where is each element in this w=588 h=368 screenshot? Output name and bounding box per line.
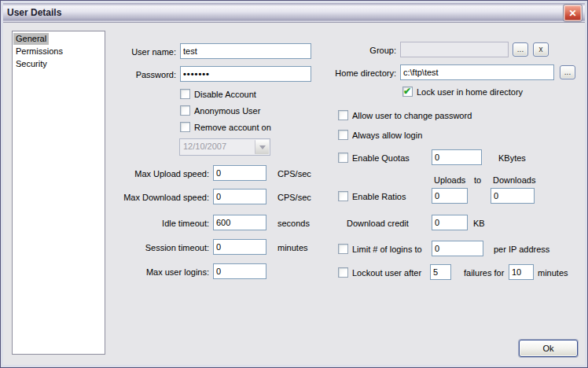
allow-change-password-checkbox[interactable] — [338, 110, 348, 120]
sidebar-item-security[interactable]: Security — [13, 58, 50, 70]
remove-account-checkbox[interactable] — [180, 122, 190, 132]
home-browse-button[interactable]: ... — [560, 65, 575, 79]
lockout-minutes-input[interactable] — [509, 264, 534, 280]
home-directory-input[interactable] — [400, 64, 554, 80]
group-clear-button[interactable]: x — [533, 42, 549, 57]
session-timeout-label: Session timeout: — [79, 242, 209, 253]
max-upload-label: Max Upload speed: — [79, 168, 209, 179]
limit-logins-label: Limit # of logins to — [352, 244, 422, 255]
allow-change-password-label: Allow user to change password — [352, 110, 472, 121]
lockout-checkbox[interactable] — [338, 267, 348, 278]
close-button[interactable]: ✕ — [564, 5, 582, 21]
remove-date-dropdown-button[interactable] — [255, 140, 269, 154]
lock-home-checkbox[interactable] — [402, 86, 413, 97]
user-name-label: User name: — [95, 46, 176, 57]
download-credit-unit: KB — [473, 218, 485, 229]
sidebar-item-permissions[interactable]: Permissions — [13, 46, 65, 57]
limit-logins-input[interactable] — [432, 241, 483, 256]
home-directory-label: Home directory: — [300, 68, 396, 79]
max-user-logins-input[interactable] — [213, 263, 266, 279]
session-timeout-input[interactable] — [213, 239, 266, 255]
disable-account-checkbox[interactable] — [180, 89, 190, 99]
idle-timeout-unit: seconds — [277, 218, 310, 229]
lock-home-label: Lock user in home directory — [417, 86, 523, 98]
max-download-input[interactable] — [213, 189, 266, 204]
user-name-input[interactable] — [180, 43, 311, 59]
lockout-unit: minutes — [538, 267, 568, 278]
window-title: User Details — [7, 7, 61, 18]
group-input — [400, 42, 509, 57]
enable-ratios-checkbox[interactable] — [338, 191, 348, 201]
idle-timeout-label: Idle timeout: — [79, 218, 209, 229]
ratio-header-uploads: Uploads — [434, 175, 465, 186]
enable-ratios-label: Enable Ratios — [352, 191, 406, 202]
max-user-logins-label: Max user logins: — [79, 267, 209, 278]
password-label: Password: — [95, 69, 176, 80]
idle-timeout-input[interactable] — [213, 215, 266, 230]
sidebar-item-general[interactable]: General — [13, 33, 49, 45]
user-details-dialog: User Details ✕ General Permissions Secur… — [0, 0, 588, 368]
ratio-downloads-input[interactable] — [491, 188, 535, 204]
quota-input[interactable] — [432, 149, 482, 165]
lockout-mid-label: failures for — [464, 267, 504, 278]
anonymous-user-label: Anonymous User — [194, 105, 260, 116]
remove-date-combobox[interactable]: 12/10/2007 — [179, 138, 270, 156]
password-input[interactable] — [180, 66, 311, 82]
enable-quotas-checkbox[interactable] — [338, 153, 348, 163]
remove-date-value: 12/10/2007 — [183, 142, 226, 151]
titlebar[interactable]: User Details ✕ — [3, 3, 585, 23]
max-upload-input[interactable] — [213, 165, 266, 181]
download-credit-label: Download credit — [347, 218, 409, 229]
max-upload-unit: CPS/sec — [277, 168, 311, 179]
group-label: Group: — [300, 45, 396, 56]
chevron-down-icon — [259, 145, 266, 149]
enable-quotas-label: Enable Quotas — [352, 153, 410, 164]
ok-button[interactable]: Ok — [519, 340, 578, 357]
download-credit-input[interactable] — [432, 215, 468, 230]
always-allow-login-label: Always allow login — [352, 130, 422, 141]
remove-account-label: Remove account on — [194, 122, 271, 133]
max-download-label: Max Download speed: — [79, 192, 209, 203]
limit-logins-checkbox[interactable] — [338, 244, 348, 254]
limit-logins-unit: per IP address — [494, 244, 549, 255]
lockout-failures-input[interactable] — [430, 264, 451, 280]
disable-account-label: Disable Account — [194, 89, 256, 100]
lockout-label: Lockout user after — [352, 267, 421, 278]
ratio-header-to: to — [474, 175, 481, 186]
ratio-uploads-input[interactable] — [432, 188, 468, 204]
group-browse-button[interactable]: ... — [513, 42, 528, 57]
close-icon: ✕ — [568, 8, 576, 19]
ratio-header-downloads: Downloads — [493, 175, 535, 186]
always-allow-login-checkbox[interactable] — [338, 130, 348, 140]
quota-unit: KBytes — [498, 153, 526, 164]
session-timeout-unit: minutes — [277, 242, 308, 253]
anonymous-user-checkbox[interactable] — [180, 105, 190, 116]
max-download-unit: CPS/sec — [277, 192, 311, 203]
